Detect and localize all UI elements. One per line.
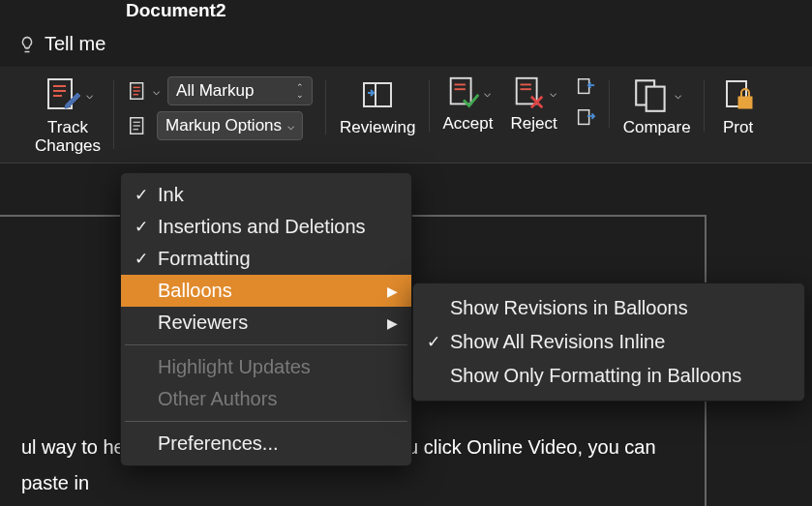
check-icon: ✓ bbox=[425, 332, 442, 352]
display-for-review-combo[interactable]: All Markup ⌃⌄ bbox=[167, 76, 313, 105]
group-markup: ⌵ All Markup ⌃⌄ Markup Optio bbox=[114, 74, 326, 140]
document-list-icon bbox=[128, 115, 149, 136]
submenu-arrow-icon: ▶ bbox=[387, 283, 398, 299]
menu-label: Highlight Updates bbox=[158, 356, 311, 378]
accept-label: Accept bbox=[443, 115, 494, 134]
submenu-item-show-revisions-balloons[interactable]: Show Revisions in Balloons bbox=[413, 291, 804, 325]
group-compare: ⌵ Compare bbox=[610, 74, 705, 137]
submenu-item-show-all-inline[interactable]: ✓ Show All Revisions Inline bbox=[413, 325, 804, 359]
reviewing-label: Reviewing bbox=[340, 119, 415, 137]
window-title: Document2 bbox=[0, 0, 812, 27]
check-icon: ✓ bbox=[133, 185, 150, 205]
menu-item-insertions-deletions[interactable]: ✓ Insertions and Deletions bbox=[121, 211, 411, 243]
lightbulb-icon bbox=[17, 35, 37, 54]
chevron-down-icon[interactable]: ⌵ bbox=[550, 86, 556, 100]
ribbon: ⌵ Track Changes ⌵ All Markup ⌃⌄ bbox=[0, 67, 812, 164]
tell-me-row[interactable]: Tell me bbox=[0, 27, 812, 67]
menu-label: Balloons bbox=[158, 280, 232, 302]
reject-label: Reject bbox=[510, 115, 556, 134]
markup-options-label: Markup Options bbox=[165, 116, 282, 135]
menu-label: Preferences... bbox=[158, 432, 279, 455]
group-protect: Prot bbox=[705, 74, 772, 137]
check-icon: ✓ bbox=[133, 217, 150, 237]
markup-options-menu: ✓ Ink ✓ Insertions and Deletions ✓ Forma… bbox=[120, 172, 412, 466]
chevron-down-icon[interactable]: ⌵ bbox=[86, 88, 93, 102]
menu-item-formatting[interactable]: ✓ Formatting bbox=[121, 243, 411, 275]
menu-item-ink[interactable]: ✓ Ink bbox=[121, 179, 411, 211]
markup-options-combo[interactable]: Markup Options ⌵ bbox=[157, 111, 303, 140]
track-changes-icon bbox=[44, 74, 84, 115]
menu-label: Show Only Formatting in Balloons bbox=[450, 365, 741, 387]
document-lines-icon bbox=[128, 80, 149, 102]
svg-rect-23 bbox=[647, 87, 665, 111]
svg-rect-20 bbox=[578, 79, 588, 94]
show-markup-icon-button[interactable]: ⌵ bbox=[128, 80, 160, 102]
menu-item-highlight-updates: Highlight Updates bbox=[121, 351, 411, 383]
svg-rect-12 bbox=[364, 83, 391, 106]
submenu-arrow-icon: ▶ bbox=[387, 315, 398, 331]
document-line: he embed code for the video you want to … bbox=[21, 501, 676, 506]
protect-label: Prot bbox=[723, 119, 753, 137]
menu-label: Insertions and Deletions bbox=[158, 216, 366, 238]
compare-button[interactable]: ⌵ Compare bbox=[623, 74, 691, 137]
menu-label: Show Revisions in Balloons bbox=[450, 297, 688, 319]
spinner-icon: ⌃⌄ bbox=[296, 83, 304, 99]
reject-icon bbox=[511, 74, 548, 111]
group-track-changes: ⌵ Track Changes bbox=[21, 74, 114, 155]
menu-separator bbox=[125, 421, 407, 422]
chevron-down-icon: ⌵ bbox=[153, 84, 160, 98]
protect-icon bbox=[718, 74, 759, 115]
menu-label: Other Authors bbox=[158, 388, 277, 410]
chevron-down-icon[interactable]: ⌵ bbox=[675, 88, 681, 102]
balloons-submenu: Show Revisions in Balloons ✓ Show All Re… bbox=[412, 283, 805, 402]
chevron-down-icon: ⌵ bbox=[287, 119, 294, 133]
menu-label: Reviewers bbox=[158, 312, 248, 334]
menu-item-preferences[interactable]: Preferences... bbox=[121, 428, 411, 460]
next-change-button[interactable] bbox=[575, 107, 596, 129]
tell-me-label: Tell me bbox=[45, 33, 105, 55]
reviewing-pane-button[interactable]: Reviewing bbox=[340, 74, 415, 137]
display-for-review-value: All Markup bbox=[176, 81, 254, 101]
menu-label: Ink bbox=[158, 184, 184, 206]
svg-rect-25 bbox=[738, 97, 752, 108]
group-changes: ⌵ Accept ⌵ Reject bbox=[430, 74, 610, 134]
chevron-down-icon[interactable]: ⌵ bbox=[484, 86, 491, 100]
compare-icon bbox=[632, 74, 673, 115]
check-icon: ✓ bbox=[133, 249, 150, 269]
menu-label: Show All Revisions Inline bbox=[450, 331, 665, 353]
accept-button[interactable]: ⌵ Accept bbox=[443, 74, 494, 134]
menu-label: Formatting bbox=[158, 248, 251, 270]
menu-item-other-authors: Other Authors bbox=[121, 383, 411, 415]
track-changes-button[interactable]: ⌵ Track Changes bbox=[35, 74, 101, 155]
protect-button[interactable]: Prot bbox=[718, 74, 759, 137]
svg-rect-21 bbox=[578, 110, 588, 125]
track-changes-label: Track Changes bbox=[35, 119, 101, 155]
reviewing-pane-icon bbox=[357, 74, 398, 115]
previous-change-button[interactable] bbox=[575, 76, 596, 98]
group-reviewing: Reviewing bbox=[326, 74, 429, 137]
compare-label: Compare bbox=[623, 119, 691, 137]
svg-rect-14 bbox=[451, 78, 471, 104]
menu-item-balloons[interactable]: Balloons ▶ bbox=[121, 275, 411, 307]
next-icon bbox=[575, 107, 596, 129]
menu-item-reviewers[interactable]: Reviewers ▶ bbox=[121, 307, 411, 339]
markup-options-icon-button[interactable] bbox=[128, 115, 149, 136]
menu-separator bbox=[125, 344, 407, 345]
submenu-item-show-formatting-balloons[interactable]: Show Only Formatting in Balloons bbox=[413, 359, 804, 393]
accept-icon bbox=[445, 74, 482, 111]
reject-button[interactable]: ⌵ Reject bbox=[510, 74, 556, 134]
previous-icon bbox=[575, 76, 596, 98]
